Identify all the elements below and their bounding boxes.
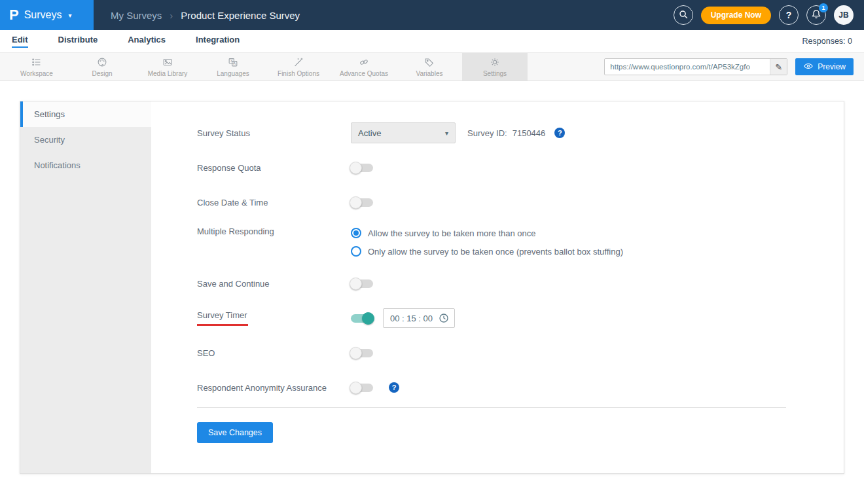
translate-icon: XA [227,56,239,68]
settings-sidebar: Settings Security Notifications [20,101,151,473]
upgrade-now-button[interactable]: Upgrade Now [701,7,771,24]
seo-toggle[interactable] [351,349,373,357]
save-changes-button[interactable]: Save Changes [197,422,273,443]
top-bar: P Surveys ▾ My Surveys › Product Experie… [0,0,864,30]
notification-badge: 1 [819,3,828,12]
eye-icon [803,62,814,73]
toolbar-item-label: Finish Options [278,70,319,77]
toggle-knob [362,312,374,325]
pencil-icon: ✎ [775,62,782,72]
image-icon [162,56,173,68]
breadcrumb-separator: › [170,10,173,21]
toolbar-item-label: Variables [416,70,443,77]
save-and-continue-toggle[interactable] [351,279,373,288]
form-divider [197,407,786,408]
palette-icon [96,56,108,68]
seo-label: SEO [197,348,351,358]
row-survey-status: Survey Status Active ▾ Survey ID: 715044… [197,122,844,143]
survey-timer-label: Survey Timer [197,310,351,326]
respondent-anonymity-help-icon[interactable]: ? [389,382,399,393]
row-survey-timer: Survey Timer 00 : 15 : 00 [197,308,844,329]
radio-option-label: Only allow the survey to be taken once (… [368,247,623,257]
main-area: Settings Security Notifications Survey S… [0,81,864,494]
survey-timer-toggle[interactable] [351,314,373,323]
multiple-responding-label: Multiple Responding [197,226,351,236]
radio-unselected-icon [351,246,361,257]
topbar-actions: Upgrade Now ? 1 JB [674,5,864,25]
edit-url-button[interactable]: ✎ [770,59,787,75]
toolbar-right: ✎ Preview [604,53,864,81]
settings-form: Survey Status Active ▾ Survey ID: 715044… [151,101,844,473]
toolbar-item-design[interactable]: Design [69,53,135,81]
survey-status-label: Survey Status [197,128,351,138]
main-tabs: Edit Distribute Analytics Integration Re… [0,30,864,52]
page-title: Product Experience Survey [181,10,300,21]
toolbar-item-label: Languages [217,70,249,77]
toolbar-item-advance-quotas[interactable]: Advance Quotas [331,53,397,81]
brand-logo: P [9,7,19,24]
responses-count: Responses: 0 [802,37,852,46]
app-name: Surveys [24,9,62,21]
radio-option-allow-multiple[interactable]: Allow the survey to be taken more than o… [351,228,623,238]
workspace-icon [31,56,43,68]
respondent-anonymity-label: Respondent Anonymity Assurance [197,383,351,393]
app-switcher[interactable]: P Surveys ▾ [0,0,94,30]
survey-url-field: ✎ [604,58,787,75]
toolbar-item-workspace[interactable]: Workspace [4,53,69,81]
breadcrumb: My Surveys › Product Experience Survey [111,10,300,21]
help-button[interactable]: ? [779,5,799,25]
toolbar-item-variables[interactable]: Variables [397,53,462,81]
toolbar-item-settings[interactable]: Settings [462,53,528,81]
survey-id-help-icon[interactable]: ? [554,128,565,138]
chevron-down-icon: ▾ [68,12,71,19]
toolbar-item-languages[interactable]: XA Languages [200,53,266,81]
response-quota-toggle[interactable] [351,164,373,172]
row-response-quota: Response Quota [197,157,844,178]
toolbar-item-label: Media Library [148,70,188,77]
toggle-knob [350,196,362,209]
toolbar-item-label: Workspace [20,70,53,77]
breadcrumb-my-surveys[interactable]: My Surveys [111,10,162,21]
links-icon [358,56,370,68]
gear-icon [489,56,501,68]
multiple-responding-options: Allow the survey to be taken more than o… [351,226,623,257]
toolbar-item-finish-options[interactable]: Finish Options [266,53,331,81]
sidebar-item-notifications[interactable]: Notifications [20,153,151,178]
radio-option-only-once[interactable]: Only allow the survey to be taken once (… [351,246,623,257]
preview-label: Preview [818,62,846,71]
svg-text:X: X [230,59,233,63]
magic-wand-icon [293,56,304,68]
close-date-time-toggle[interactable] [351,198,373,207]
row-respondent-anonymity: Respondent Anonymity Assurance ? [197,377,844,398]
avatar[interactable]: JB [834,5,854,25]
search-button[interactable] [674,5,693,25]
response-quota-label: Response Quota [197,163,351,173]
tag-icon [423,56,435,68]
notifications-button[interactable]: 1 [806,5,826,25]
respondent-anonymity-toggle[interactable] [351,384,373,392]
close-date-time-label: Close Date & Time [197,198,351,207]
survey-status-dropdown[interactable]: Active ▾ [351,122,456,143]
toolbar-item-media-library[interactable]: Media Library [135,53,200,81]
survey-timer-value: 00 : 15 : 00 [390,314,433,323]
save-and-continue-label: Save and Continue [197,279,351,289]
sidebar-item-security[interactable]: Security [20,127,151,153]
radio-option-label: Allow the survey to be taken more than o… [368,228,536,238]
tab-analytics[interactable]: Analytics [128,35,166,48]
preview-button[interactable]: Preview [795,58,854,75]
survey-timer-duration-input[interactable]: 00 : 15 : 00 [383,308,455,328]
toolbar-item-label: Advance Quotas [340,70,388,77]
settings-card: Settings Security Notifications Survey S… [20,101,844,474]
sidebar-item-settings[interactable]: Settings [20,101,151,127]
tab-integration[interactable]: Integration [196,35,240,48]
survey-id-value: 7150446 [513,128,546,138]
clock-icon [439,313,449,323]
row-multiple-responding: Multiple Responding Allow the survey to … [197,226,844,257]
radio-selected-icon [351,228,361,238]
tab-distribute[interactable]: Distribute [58,35,98,48]
toolbar-item-label: Design [92,70,112,77]
tab-edit[interactable]: Edit [12,35,28,48]
row-save-and-continue: Save and Continue [197,273,844,294]
survey-url-input[interactable] [605,63,770,71]
svg-text:A: A [233,62,236,65]
